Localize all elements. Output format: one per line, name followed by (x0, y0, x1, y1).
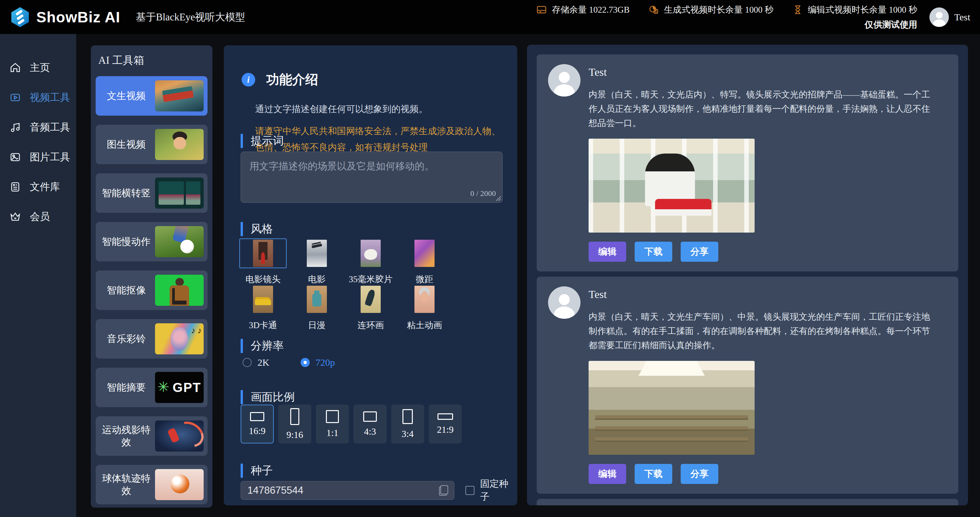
result-description: 内景（白天，晴天，文光店内）、特写。镜头展示文光的招牌产品——基础蛋糕。一个工作… (589, 87, 932, 130)
tool-card-image-to-video[interactable]: 图生视频 (95, 125, 208, 164)
download-button[interactable]: 下载 (635, 242, 672, 262)
share-button[interactable]: 分享 (681, 464, 718, 484)
resolution-option-2k[interactable]: 2K (243, 357, 269, 368)
fixed-seed-checkbox-row[interactable]: 固定种子 (465, 477, 517, 503)
result-user-name: Test (589, 66, 945, 78)
ratio-3-4-icon (402, 409, 413, 424)
edit-button[interactable]: 编辑 (589, 242, 626, 262)
style-option-comic-strip[interactable]: 连环画 (344, 284, 398, 331)
sidebar-item-audio-tools[interactable]: 音频工具 (0, 113, 76, 142)
style-option-35mm-film[interactable]: 35毫米胶片 (344, 238, 398, 285)
header: ShowBiz AI 基于BlackEye视听大模型 存储余量 1022.73G… (0, 0, 980, 34)
tool-label: 智能横转竖 (98, 187, 155, 199)
generated-video-workshop[interactable] (589, 361, 755, 455)
sidebar-item-label: 图片工具 (30, 150, 70, 164)
aspect-ratio-3-4[interactable]: 3:4 (391, 404, 424, 444)
generated-video-bakery-cake[interactable] (589, 139, 755, 233)
tool-label: 智能摘要 (98, 381, 155, 393)
seed-input[interactable] (247, 485, 439, 496)
aspect-ratio-21-9[interactable]: 21:9 (429, 404, 462, 444)
style-option-label: 3D卡通 (249, 319, 277, 331)
aspect-ratio-label: 1:1 (326, 428, 338, 438)
macro-thumbnail (414, 240, 434, 267)
tool-card-motion-trail-effect[interactable]: 运动残影特效 (95, 416, 208, 456)
cartoon-3d-thumbnail (253, 286, 273, 313)
info-icon: i (242, 73, 255, 87)
resize-handle[interactable] (495, 195, 501, 201)
tool-label: 智能抠像 (98, 284, 155, 297)
storage-stat-label: 存储余量 1022.73GB (552, 4, 630, 16)
style-option-label: 粘土动画 (407, 319, 442, 331)
aspect-ratio-1-1[interactable]: 1:1 (316, 404, 349, 444)
download-button[interactable]: 下载 (635, 464, 672, 484)
badminton-thumbnail (155, 178, 204, 209)
radio-checked-icon[interactable] (301, 358, 310, 367)
aspect-ratio-options: 16:9 9:16 1:1 4:3 3:4 21:9 (240, 404, 462, 444)
feature-intro-header: i 功能介绍 (242, 71, 318, 89)
resolution-option-label: 2K (258, 357, 269, 368)
anime-thumbnail (307, 286, 327, 313)
style-option-3d-cartoon[interactable]: 3D卡通 (236, 284, 290, 331)
user-avatar[interactable] (929, 8, 949, 27)
sidebar-item-membership[interactable]: 会员 (0, 202, 76, 232)
tool-label: 文生视频 (98, 90, 155, 102)
home-icon (9, 62, 21, 74)
sidebar-item-file-library[interactable]: 文件库 (0, 172, 76, 202)
cinematic-shot-thumbnail (253, 240, 273, 267)
feature-intro-description: 通过文字描述创建任何可以想象到的视频。 (255, 103, 502, 115)
user-chip[interactable]: Test (929, 8, 970, 27)
movie-thumbnail (307, 240, 327, 267)
hourglass-icon (792, 4, 803, 15)
tool-card-sphere-track-effect[interactable]: 球体轨迹特效 (95, 465, 208, 504)
style-option-macro[interactable]: 微距 (398, 238, 452, 285)
sidebar-item-image-tools[interactable]: 图片工具 (0, 142, 76, 172)
gpt-label: GPT (172, 380, 201, 395)
prompt-input-container: 0 / 2000 (240, 152, 503, 203)
aspect-ratio-9-16[interactable]: 9:16 (278, 404, 311, 444)
generation-time-icon (648, 4, 659, 15)
film-35mm-thumbnail (361, 240, 381, 267)
openai-logo-icon: ✳ (157, 380, 169, 395)
tool-card-landscape-to-portrait[interactable]: 智能横转竖 (95, 173, 208, 213)
edit-button[interactable]: 编辑 (589, 464, 626, 484)
tool-card-text-to-video[interactable]: 文生视频 (95, 76, 208, 116)
aspect-ratio-4-3[interactable]: 4:3 (353, 404, 387, 444)
tool-card-matting[interactable]: 智能抠像 (95, 271, 208, 310)
tool-card-music-ringtone[interactable]: 音乐彩铃 (95, 319, 208, 358)
prompt-textarea[interactable] (241, 152, 502, 203)
style-option-claymation[interactable]: 粘土动画 (398, 284, 452, 331)
result-description: 内景（白天，晴天，文光生产车间）、中景。镜头展现文光的生产车间，工匠们正专注地制… (589, 310, 932, 352)
copy-icon[interactable] (439, 485, 449, 496)
section-accent-bar (240, 134, 243, 148)
aspect-ratio-16-9[interactable]: 16:9 (240, 404, 274, 444)
section-accent-bar (240, 222, 243, 236)
edit-time-label: 编辑式视频时长余量 1000 秒 (808, 4, 917, 16)
edit-time-stat: 编辑式视频时长余量 1000 秒 (792, 4, 917, 16)
stormy-sea-boat-thumbnail (155, 80, 204, 111)
sidebar-item-home[interactable]: 主页 (0, 53, 76, 82)
style-option-label: 35毫米胶片 (349, 273, 393, 285)
style-option-label: 电影镜头 (245, 273, 280, 285)
aspect-ratio-label: 21:9 (437, 424, 454, 435)
tool-card-smart-summary[interactable]: 智能摘要 ✳ GPT (95, 368, 208, 407)
style-option-anime[interactable]: 日漫 (290, 284, 344, 331)
style-options-row-2: 3D卡通 日漫 连环画 粘土动画 (236, 284, 452, 331)
share-button[interactable]: 分享 (681, 242, 718, 262)
resolution-option-720p[interactable]: 720p (301, 357, 335, 368)
aspect-ratio-title: 画面比例 (251, 390, 295, 404)
tool-label: 音乐彩铃 (98, 333, 155, 345)
style-title: 风格 (251, 222, 273, 236)
sidebar-item-video-tools[interactable]: 视频工具 (0, 82, 76, 113)
style-options-row-1: 电影镜头 电影 35毫米胶片 微距 (236, 238, 452, 285)
test-only-note: 仅供测试使用 (865, 19, 917, 30)
style-option-cinematic-shot[interactable]: 电影镜头 (236, 238, 290, 285)
style-option-label: 连环画 (358, 319, 384, 331)
fixed-seed-checkbox[interactable] (465, 486, 474, 495)
result-actions: 编辑 下载 分享 (589, 242, 945, 262)
toolbox-title: AI 工具箱 (98, 53, 208, 68)
section-accent-bar (240, 339, 243, 353)
radio-unchecked-icon[interactable] (243, 358, 251, 367)
tool-card-slow-motion[interactable]: 智能慢动作 (95, 222, 208, 262)
style-option-movie[interactable]: 电影 (290, 238, 344, 285)
aspect-ratio-label: 9:16 (286, 430, 303, 440)
